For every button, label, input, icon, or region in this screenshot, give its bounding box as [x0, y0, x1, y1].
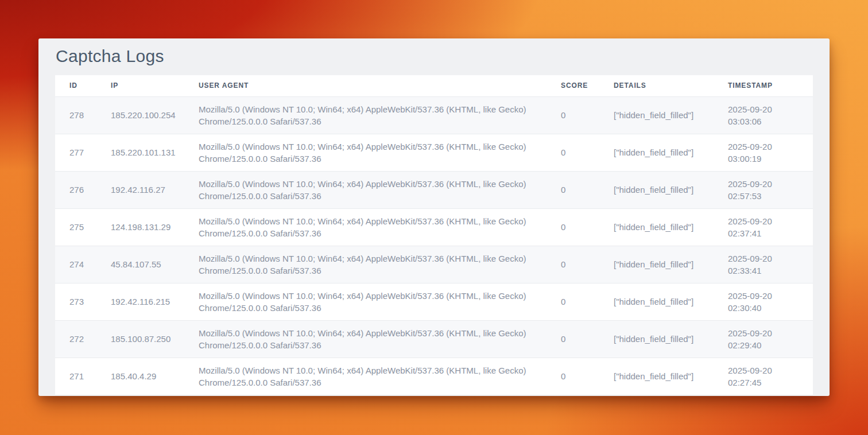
table-row: 272 185.100.87.250 Mozilla/5.0 (Windows … [55, 320, 813, 358]
table-row: 277 185.220.101.131 Mozilla/5.0 (Windows… [55, 134, 813, 171]
column-header-ip: IP [111, 75, 199, 96]
cell-ip: 192.42.116.215 [111, 283, 199, 320]
table-row: 276 192.42.116.27 Mozilla/5.0 (Windows N… [55, 171, 813, 208]
cell-id: 274 [55, 246, 111, 283]
table-row: 278 185.220.100.254 Mozilla/5.0 (Windows… [55, 96, 813, 134]
cell-ip: 185.220.101.131 [111, 134, 199, 171]
cell-details: ["hidden_field_filled"] [614, 171, 728, 208]
column-header-user-agent: USER AGENT [199, 75, 561, 96]
column-header-id: ID [55, 75, 111, 96]
cell-timestamp: 2025-09-20 02:30:40 [728, 283, 813, 320]
cell-score: 0 [561, 171, 614, 208]
cell-ip: 192.42.116.27 [111, 171, 199, 208]
cell-timestamp: 2025-09-20 02:33:41 [728, 246, 813, 283]
table-body: 278 185.220.100.254 Mozilla/5.0 (Windows… [55, 96, 813, 395]
cell-details: ["hidden_field_filled"] [614, 283, 728, 320]
cell-details: ["hidden_field_filled"] [614, 246, 728, 283]
cell-timestamp: 2025-09-20 03:03:06 [728, 96, 813, 134]
table-row: 275 124.198.131.29 Mozilla/5.0 (Windows … [55, 208, 813, 246]
cell-details: ["hidden_field_filled"] [614, 134, 728, 171]
cell-details: ["hidden_field_filled"] [614, 96, 728, 134]
column-header-timestamp: TIMESTAMP [728, 75, 813, 96]
table-row: 274 45.84.107.55 Mozilla/5.0 (Windows NT… [55, 246, 813, 283]
cell-timestamp: 2025-09-20 02:27:45 [728, 358, 813, 395]
cell-timestamp: 2025-09-20 02:37:41 [728, 208, 813, 246]
cell-user-agent: Mozilla/5.0 (Windows NT 10.0; Win64; x64… [199, 246, 561, 283]
table-header: ID IP USER AGENT SCORE DETAILS TIMESTAMP [55, 75, 813, 96]
cell-ip: 185.40.4.29 [111, 358, 199, 395]
cell-id: 276 [55, 171, 111, 208]
page-title: Captcha Logs [55, 38, 813, 75]
cell-user-agent: Mozilla/5.0 (Windows NT 10.0; Win64; x64… [199, 171, 561, 208]
column-header-details: DETAILS [614, 75, 728, 96]
captcha-logs-table: ID IP USER AGENT SCORE DETAILS TIMESTAMP… [55, 75, 813, 395]
cell-score: 0 [561, 208, 614, 246]
cell-ip: 124.198.131.29 [111, 208, 199, 246]
cell-user-agent: Mozilla/5.0 (Windows NT 10.0; Win64; x64… [199, 283, 561, 320]
cell-id: 277 [55, 134, 111, 171]
cell-details: ["hidden_field_filled"] [614, 358, 728, 395]
table-header-row: ID IP USER AGENT SCORE DETAILS TIMESTAMP [55, 75, 813, 96]
cell-id: 271 [55, 358, 111, 395]
cell-ip: 185.220.100.254 [111, 96, 199, 134]
cell-details: ["hidden_field_filled"] [614, 208, 728, 246]
cell-ip: 185.100.87.250 [111, 320, 199, 358]
cell-id: 278 [55, 96, 111, 134]
column-header-score: SCORE [561, 75, 614, 96]
cell-score: 0 [561, 283, 614, 320]
cell-details: ["hidden_field_filled"] [614, 320, 728, 358]
cell-user-agent: Mozilla/5.0 (Windows NT 10.0; Win64; x64… [199, 358, 561, 395]
cell-ip: 45.84.107.55 [111, 246, 199, 283]
table-row: 271 185.40.4.29 Mozilla/5.0 (Windows NT … [55, 358, 813, 395]
cell-timestamp: 2025-09-20 02:57:53 [728, 171, 813, 208]
cell-id: 272 [55, 320, 111, 358]
cell-user-agent: Mozilla/5.0 (Windows NT 10.0; Win64; x64… [199, 208, 561, 246]
cell-score: 0 [561, 134, 614, 171]
cell-score: 0 [561, 358, 614, 395]
cell-score: 0 [561, 246, 614, 283]
cell-score: 0 [561, 96, 614, 134]
cell-id: 273 [55, 283, 111, 320]
cell-user-agent: Mozilla/5.0 (Windows NT 10.0; Win64; x64… [199, 96, 561, 134]
captcha-logs-card: Captcha Logs ID IP USER AGENT SCORE DETA… [38, 38, 830, 396]
cell-timestamp: 2025-09-20 02:29:40 [728, 320, 813, 358]
page-background: { "page": { "title": "Captcha Logs" }, "… [0, 0, 868, 435]
table-row: 273 192.42.116.215 Mozilla/5.0 (Windows … [55, 283, 813, 320]
cell-user-agent: Mozilla/5.0 (Windows NT 10.0; Win64; x64… [199, 134, 561, 171]
cell-timestamp: 2025-09-20 03:00:19 [728, 134, 813, 171]
cell-user-agent: Mozilla/5.0 (Windows NT 10.0; Win64; x64… [199, 320, 561, 358]
cell-id: 275 [55, 208, 111, 246]
cell-score: 0 [561, 320, 614, 358]
